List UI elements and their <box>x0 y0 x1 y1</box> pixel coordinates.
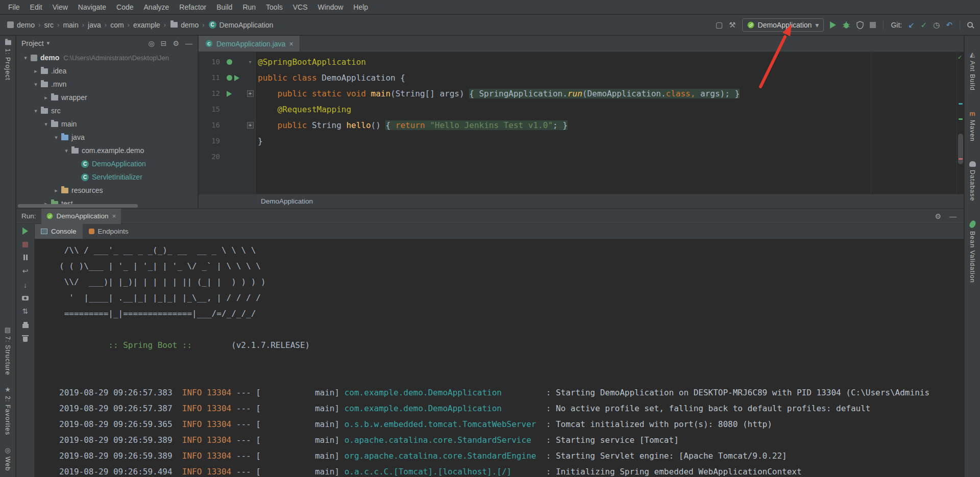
breadcrumb-item[interactable]: DemoApplication <box>219 21 274 29</box>
console-output[interactable]: /\\ / ___'_ __ _ _(_)_ __ __ _ \ \ \ \( … <box>35 239 964 477</box>
tree-item-mvn[interactable]: .mvn <box>16 78 198 91</box>
tree-item-src[interactable]: src <box>16 104 198 117</box>
log-line: 2019-08-29 09:26:59.365 INFO 13304 --- [… <box>59 416 964 432</box>
menu-item[interactable]: Run <box>237 3 261 11</box>
tab-endpoints[interactable]: Endpoints <box>83 224 135 239</box>
toolwindow-button-bean-validation[interactable]: Bean Validation <box>969 220 976 283</box>
menu-item[interactable]: Build <box>211 3 237 11</box>
menu-item[interactable]: Edit <box>25 3 47 11</box>
tree-item-resources[interactable]: resources <box>16 184 198 197</box>
breadcrumb-item[interactable]: java <box>88 21 101 29</box>
toolwindow-button-database[interactable]: Database <box>969 161 976 202</box>
vertical-scrollbar[interactable] <box>958 134 963 164</box>
chevron-down-icon[interactable] <box>47 40 50 46</box>
chevron-down-icon[interactable] <box>21 55 30 61</box>
breadcrumb-item[interactable]: example <box>133 21 160 29</box>
toolwindow-button-ant-build[interactable]: Ant Build <box>969 51 976 91</box>
run-configuration-select[interactable]: DemoApplication <box>742 18 824 32</box>
toolwindow-button-favorites[interactable]: 2: Favorites <box>4 386 11 435</box>
collapse-all-icon[interactable] <box>161 40 167 47</box>
chevron-down-icon[interactable] <box>32 81 40 88</box>
breadcrumb-item[interactable]: com <box>110 21 124 29</box>
tree-item-wrapper[interactable]: wrapper <box>16 91 198 104</box>
toolwindow-button-maven[interactable]: Maven <box>969 110 976 142</box>
editor-error-stripe[interactable] <box>957 52 964 194</box>
expand-collapse-button[interactable] <box>22 308 29 315</box>
tree-item-idea[interactable]: .idea <box>16 64 198 78</box>
editor-tab[interactable]: DemoApplication.java <box>199 36 300 52</box>
chevron-right-icon[interactable] <box>52 187 60 194</box>
run-gutter-icon[interactable] <box>227 91 232 97</box>
soft-wrap-button[interactable] <box>22 267 29 274</box>
spring-bean-gutter-icon[interactable] <box>227 75 232 81</box>
code-editor[interactable]: 10@SpringBootApplication11public class D… <box>199 52 957 194</box>
build-hammer-button[interactable] <box>729 21 736 29</box>
horizontal-scrollbar[interactable] <box>18 204 138 208</box>
tree-item-servletinitializer[interactable]: ServletInitializer <box>16 170 198 184</box>
menu-item[interactable]: Navigate <box>73 3 111 11</box>
spring-bean-gutter-icon[interactable] <box>227 59 232 65</box>
tree-item-demoapplication[interactable]: DemoApplication <box>16 157 198 170</box>
chevron-right-icon[interactable] <box>32 68 40 74</box>
chevron-down-icon[interactable] <box>52 134 60 141</box>
toolwindow-button-web[interactable]: Web <box>4 447 11 471</box>
breadcrumb-item[interactable]: src <box>44 21 54 29</box>
tree-item-main[interactable]: main <box>16 117 198 131</box>
git-commit-button[interactable] <box>921 20 927 30</box>
menu-item[interactable]: Window <box>313 3 349 11</box>
print-button[interactable] <box>22 324 29 328</box>
hide-panel-icon[interactable] <box>185 40 192 47</box>
menu-item[interactable]: Code <box>111 3 138 11</box>
stop-button[interactable] <box>870 22 876 28</box>
menu-item[interactable]: Help <box>348 3 373 11</box>
menu-item[interactable]: Refactor <box>174 3 211 11</box>
chevron-down-icon[interactable] <box>62 147 70 154</box>
menu-item[interactable]: VCS <box>288 3 313 11</box>
chevron-down-icon[interactable] <box>32 108 40 114</box>
scroll-to-end-button[interactable] <box>23 282 27 289</box>
fold-expand-icon[interactable] <box>247 122 254 129</box>
git-history-button[interactable] <box>933 20 940 30</box>
close-icon[interactable] <box>112 212 116 220</box>
breadcrumb-item[interactable]: demo <box>181 21 199 29</box>
select-opened-file-icon[interactable] <box>148 40 154 47</box>
chevron-right-icon[interactable] <box>42 94 50 101</box>
menu-item[interactable]: Analyze <box>139 3 175 11</box>
breadcrumb-item[interactable]: DemoApplication <box>261 197 313 205</box>
debug-button[interactable] <box>842 21 850 29</box>
toolwindow-layout-button[interactable] <box>716 21 723 29</box>
close-icon[interactable] <box>289 40 293 48</box>
git-update-button[interactable] <box>908 20 915 30</box>
toolwindow-button-project[interactable]: 1: Project <box>4 40 12 81</box>
hide-panel-icon[interactable] <box>949 213 957 220</box>
breadcrumb-item[interactable]: demo <box>17 21 35 29</box>
menu-item[interactable]: Tools <box>261 3 288 11</box>
breadcrumb-item[interactable]: main <box>63 21 78 29</box>
tab-console[interactable]: Console <box>35 224 83 239</box>
settings-icon[interactable] <box>935 213 941 220</box>
fold-collapse-icon[interactable] <box>249 54 252 70</box>
chevron-down-icon[interactable] <box>42 121 50 128</box>
run-button[interactable] <box>830 21 836 29</box>
tree-item-java[interactable]: java <box>16 131 198 144</box>
git-rollback-button[interactable] <box>946 20 952 30</box>
settings-icon[interactable] <box>173 40 179 47</box>
fold-expand-icon[interactable] <box>247 90 254 97</box>
thread-dump-button[interactable] <box>22 296 29 300</box>
menu-item[interactable]: View <box>47 3 73 11</box>
toolwindow-button-structure[interactable]: 7: Structure <box>4 327 11 375</box>
search-everywhere-button[interactable] <box>967 22 973 28</box>
chevron-right-icon <box>163 21 166 29</box>
tree-item-package[interactable]: com.example.demo <box>16 144 198 157</box>
clear-all-button[interactable] <box>23 337 28 342</box>
rerun-button[interactable] <box>22 228 28 235</box>
folder-icon <box>41 82 48 87</box>
coverage-button[interactable] <box>856 21 864 29</box>
tree-item-demo[interactable]: demo C:\Users\Administrator\Desktop\Jen <box>16 51 198 64</box>
stop-button[interactable] <box>22 242 28 247</box>
run-tab[interactable]: DemoApplication <box>41 209 121 224</box>
project-panel-title[interactable]: Project <box>21 39 44 47</box>
run-gutter-icon[interactable] <box>234 75 239 81</box>
pause-output-button[interactable] <box>23 255 28 260</box>
menu-item[interactable]: File <box>3 3 25 11</box>
